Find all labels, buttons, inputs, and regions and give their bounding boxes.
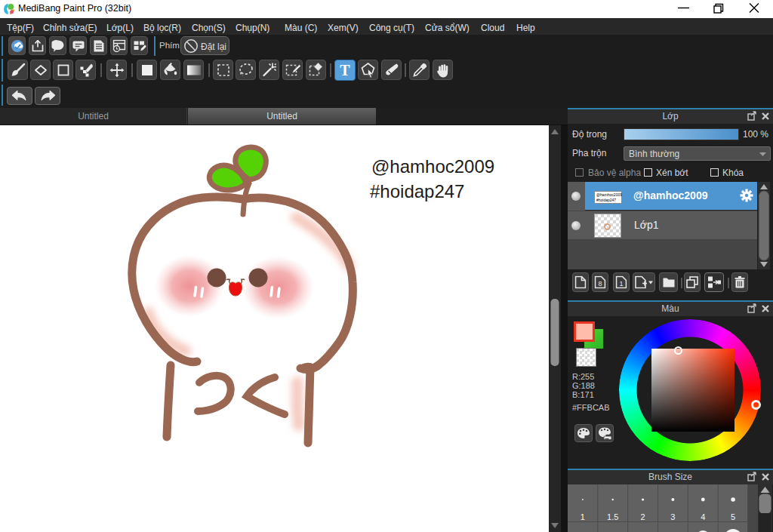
- svg-text:Đặt lại: Đặt lại: [201, 41, 226, 51]
- svg-text:8: 8: [598, 280, 602, 288]
- svg-text:1: 1: [581, 512, 585, 521]
- svg-text:3: 3: [670, 512, 675, 521]
- svg-text:T: T: [340, 63, 350, 78]
- svg-text:1: 1: [619, 280, 623, 288]
- svg-text:5: 5: [731, 512, 735, 521]
- svg-text:4: 4: [701, 512, 705, 521]
- svg-text:2: 2: [641, 512, 645, 521]
- svg-text:1.5: 1.5: [607, 512, 618, 521]
